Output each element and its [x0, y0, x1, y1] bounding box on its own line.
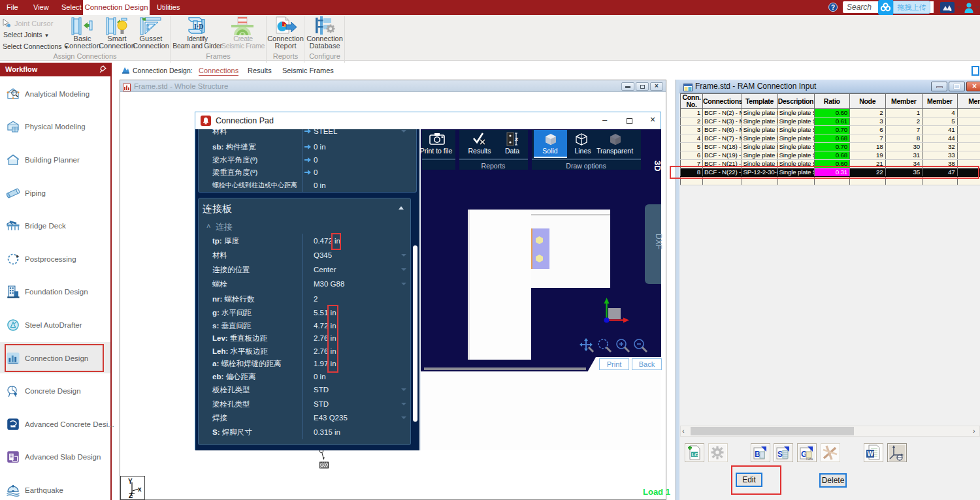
svg-text:x: x — [514, 136, 519, 142]
svg-text:I·D: I·D — [194, 23, 203, 30]
svg-text:S: S — [777, 450, 783, 459]
svg-text:t: t — [949, 7, 951, 12]
svg-text:DATA: DATA — [806, 458, 813, 461]
svg-text:LC: LC — [692, 452, 698, 457]
svg-text:W: W — [868, 450, 874, 458]
svg-text:Z: Z — [129, 492, 133, 499]
svg-text:x: x — [138, 486, 142, 493]
